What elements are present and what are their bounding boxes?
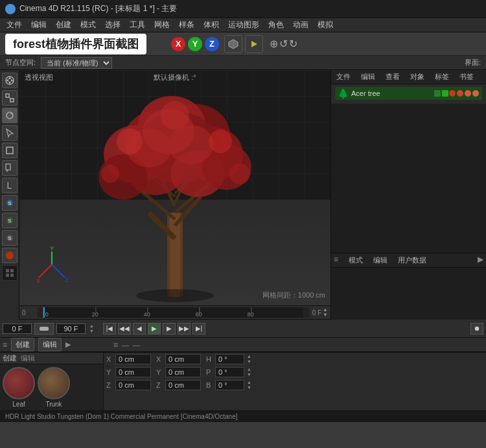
prev-frame-btn[interactable]: ◀◀ [118,323,131,335]
grid-icon[interactable] [2,265,17,281]
size-y-label: Y [156,368,163,376]
tab-tag[interactable]: 标签 [430,70,454,84]
svg-text:40: 40 [144,311,150,318]
svg-rect-26 [6,274,9,277]
brush-tool[interactable]: S [2,213,17,228]
move-tool[interactable] [2,73,17,88]
right-panel-tabs: 文件 编辑 查看 对象 标签 书签 [331,70,486,84]
next-btn[interactable]: ▶ [163,323,176,335]
menu-volume[interactable]: 体积 [200,18,223,32]
material-leaf-label: Leaf [12,401,25,408]
scale-tool[interactable] [2,90,17,106]
rotate-tool[interactable] [2,108,17,123]
box-tool[interactable] [2,143,17,158]
tree-svg [71,83,279,303]
material-toolbar: 创建 编辑 [0,353,103,364]
coord-x-input[interactable] [115,354,151,364]
end-frame-arrows[interactable]: ▲ ▼ [89,324,94,334]
viewport[interactable]: 透视视图 默认摄像机 :° [19,70,330,305]
menu-tools[interactable]: 工具 [126,18,149,32]
play-btn[interactable]: ▶ [148,323,161,335]
forest-tool[interactable] [2,248,17,263]
tab-object[interactable]: 对象 [405,70,430,84]
edit-btn[interactable]: 编辑 [38,338,62,351]
tab-view[interactable]: 查看 [380,70,405,84]
nav-rotate[interactable]: ↺ [279,38,288,50]
menu-simulate[interactable]: 模拟 [314,18,337,32]
rot-b-input[interactable] [215,380,244,390]
svg-point-56 [101,165,119,183]
paint-tool[interactable] [2,160,17,176]
tree-container [71,83,279,303]
bottom-collapse-icon2[interactable]: ≡ [113,340,118,349]
right-arrow-icon[interactable]: ▶ [478,255,483,266]
material-area: 创建 编辑 Leaf Trunk [0,353,104,410]
coords-rot-group: H ▲ ▼ P ▲ ▼ B [206,354,251,392]
axis-y-button[interactable]: Y [188,37,202,51]
terrain-tool[interactable]: S [2,195,17,211]
timeline-ruler[interactable]: 0 20 40 60 80 [38,307,310,318]
axis-z-button[interactable]: Z [205,37,219,51]
tab-mode[interactable]: 模式 [346,255,365,266]
object-row-acertree[interactable]: 🌲 Acer tree [335,87,482,100]
size-z-input[interactable] [165,380,201,390]
select-tool[interactable] [2,125,17,141]
menu-edit[interactable]: 编辑 [27,18,51,32]
coord-y-input[interactable] [115,367,151,377]
timeline-scroll[interactable]: ▲ ▼ [323,307,328,318]
node-space-select[interactable]: 当前 (标准/物理) [41,57,112,69]
size-y-row: Y [156,367,201,377]
start-frame-input[interactable] [3,324,32,334]
size-x-input[interactable] [165,354,201,364]
menu-mode[interactable]: 模式 [76,18,100,32]
panel-collapse-icon[interactable]: ≡ [334,255,338,266]
rot-h-arrows: ▲ ▼ [247,354,251,364]
svg-rect-77 [442,90,448,97]
size-y-input[interactable] [165,367,201,377]
tab-file[interactable]: 文件 [331,70,356,84]
goto-end-btn[interactable]: ▶| [192,323,205,335]
bottom-collapse-icon[interactable]: ≡ [3,340,7,349]
menu-select[interactable]: 选择 [101,18,124,32]
frame-slider[interactable] [34,323,54,335]
rot-h-input[interactable] [215,354,244,364]
timeline-bar: 0 0 20 40 60 80 [19,305,330,320]
knife-tool[interactable]: L [2,178,17,193]
svg-text:S: S [8,218,11,224]
menu-mograph[interactable]: 运动图形 [224,18,263,32]
axis-x-button[interactable]: X [171,37,185,51]
cube-icon[interactable] [224,35,242,53]
tab-edit2[interactable]: 编辑 [371,255,390,266]
material-leaf-item[interactable]: Leaf [3,367,35,408]
menu-file[interactable]: 文件 [3,18,26,32]
tab-bookmark[interactable]: 书签 [454,70,479,84]
menu-animate[interactable]: 动画 [289,18,312,32]
timeline-start: 0 [22,309,35,316]
render-icon[interactable] [245,35,263,53]
tab-userdata[interactable]: 用户数据 [395,255,429,266]
object-name: Acer tree [351,89,432,97]
svg-rect-64 [44,307,303,318]
rot-p-input[interactable] [215,367,244,377]
coord-z-input[interactable] [115,380,151,390]
svg-text:80: 80 [248,311,254,318]
svg-text:Y: Y [50,245,54,252]
nav-right[interactable]: ↻ [289,38,297,50]
coord-z-label: Z [106,381,113,389]
size-z-row: Z [156,380,201,390]
menu-create[interactable]: 创建 [52,18,75,32]
next-frame-btn[interactable]: ▶▶ [178,323,191,335]
record-btn[interactable]: ⏺ [470,323,483,335]
rot-p-row: P ▲ ▼ [206,367,251,377]
menu-spline[interactable]: 样条 [175,18,198,32]
create-btn[interactable]: 创建 [11,338,34,351]
prev-btn[interactable]: ◀ [133,323,146,335]
tab-edit[interactable]: 编辑 [356,70,380,84]
menu-character[interactable]: 角色 [264,18,288,32]
smooth-tool[interactable]: S [2,230,17,246]
end-frame-input[interactable] [56,324,86,334]
menu-mesh[interactable]: 网格 [150,18,174,32]
material-trunk-item[interactable]: Trunk [38,367,70,408]
goto-start-btn[interactable]: |◀ [103,323,116,335]
nav-left[interactable]: ⊕ [270,38,278,50]
